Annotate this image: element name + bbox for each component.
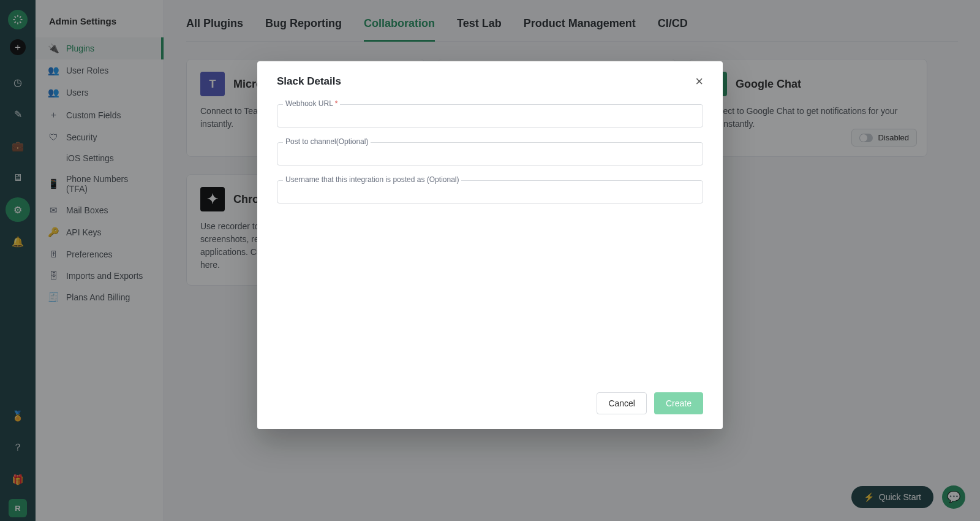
- modal-overlay[interactable]: Slack Details × Webhook URL * Post to ch…: [0, 0, 980, 521]
- cancel-button[interactable]: Cancel: [597, 392, 647, 414]
- webhook-url-input[interactable]: [277, 104, 703, 127]
- create-button[interactable]: Create: [654, 392, 703, 414]
- close-icon: ×: [695, 74, 703, 89]
- field-label: Post to channel(Optional): [283, 137, 371, 146]
- field-label: Webhook URL *: [283, 99, 340, 108]
- field-webhook-url: Webhook URL *: [277, 104, 703, 127]
- modal-title: Slack Details: [277, 75, 341, 88]
- field-username: Username that this integration is posted…: [277, 180, 703, 203]
- slack-details-modal: Slack Details × Webhook URL * Post to ch…: [257, 61, 723, 429]
- field-label: Username that this integration is posted…: [283, 175, 461, 184]
- field-post-to-channel: Post to channel(Optional): [277, 142, 703, 165]
- modal-close-button[interactable]: ×: [693, 72, 706, 91]
